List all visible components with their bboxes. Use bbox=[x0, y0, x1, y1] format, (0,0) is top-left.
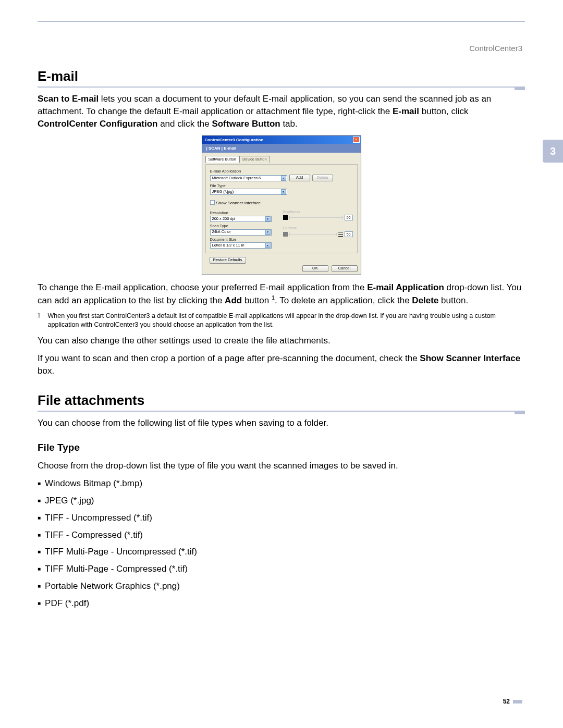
scan-type-value: 24bit Color bbox=[212, 229, 231, 235]
brightness-label: Brightness bbox=[283, 209, 353, 215]
brightness-slider[interactable]: 50 bbox=[283, 215, 353, 220]
page: ControlCenter3 3 E-mail Scan to E-mail l… bbox=[0, 0, 563, 728]
dialog-panel: E-mail Application Microsoft Outlook Exp… bbox=[205, 164, 358, 253]
slider-track bbox=[289, 234, 337, 235]
footnote-number: 1 bbox=[38, 312, 41, 329]
email-button-term: E-mail bbox=[393, 106, 419, 116]
chevron-down-icon: ▾ bbox=[265, 243, 271, 248]
square-icon bbox=[283, 232, 288, 237]
contrast-value: 50 bbox=[345, 231, 353, 237]
email-app-value: Microsoft Outlook Express 6 bbox=[212, 176, 261, 181]
chevron-down-icon: ▾ bbox=[265, 230, 271, 235]
dialog-screenshot: ControlCenter3 Configuration × | SCAN | … bbox=[38, 135, 525, 275]
footnote-text: When you first start ControlCenter3 a de… bbox=[48, 312, 525, 329]
email-app-label: E-mail Application bbox=[210, 169, 353, 175]
top-border bbox=[38, 21, 525, 22]
list-item: TIFF - Uncompressed (*.tif) bbox=[38, 512, 525, 524]
slider-track bbox=[289, 217, 343, 218]
email-app-select[interactable]: Microsoft Outlook Express 6 ▾ bbox=[210, 175, 287, 181]
resolution-value: 200 x 200 dpi bbox=[212, 216, 236, 222]
doc-size-value: Letter 8 1/2 x 11 in bbox=[212, 243, 244, 249]
show-scanner-row: Show Scanner Interface bbox=[210, 200, 353, 206]
file-type-list: Windows Bitmap (*.bmp) JPEG (*.jpg) TIFF… bbox=[38, 477, 525, 609]
show-scanner-interface-term: Show Scanner Interface bbox=[420, 353, 520, 363]
square-icon bbox=[283, 215, 288, 220]
dialog-tabs: Software ButtonDevice Button bbox=[205, 155, 358, 163]
contrast-label: Contrast bbox=[283, 226, 353, 231]
delete-button[interactable]: Delete bbox=[312, 175, 333, 181]
footnote: 1 When you first start ControlCenter3 a … bbox=[38, 312, 525, 329]
dialog-band: | SCAN | E-mail bbox=[202, 144, 361, 153]
show-scanner-checkbox[interactable] bbox=[210, 200, 215, 205]
chevron-down-icon: ▾ bbox=[281, 176, 286, 181]
email-para4: If you want to scan and then crop a port… bbox=[38, 352, 525, 377]
contrast-slider[interactable]: 50 bbox=[283, 231, 353, 237]
chevron-down-icon: ▾ bbox=[281, 189, 286, 194]
chevron-down-icon: ▾ bbox=[265, 216, 271, 221]
show-scanner-label: Show Scanner Interface bbox=[216, 201, 261, 205]
close-icon[interactable]: × bbox=[353, 137, 360, 143]
list-item: PDF (*.pdf) bbox=[38, 597, 525, 610]
tab-software-button[interactable]: Software Button bbox=[205, 156, 239, 163]
section-email-heading: E-mail bbox=[38, 67, 525, 88]
page-number: 52 bbox=[503, 697, 522, 706]
section-file-attachments-heading: File attachments bbox=[38, 391, 525, 412]
doc-size-select[interactable]: Letter 8 1/2 x 11 in ▾ bbox=[210, 242, 272, 249]
file-type-value: JPEG (*.jpg) bbox=[212, 189, 234, 195]
config-dialog: ControlCenter3 Configuration × | SCAN | … bbox=[202, 135, 361, 275]
dialog-titlebar: ControlCenter3 Configuration × bbox=[202, 136, 361, 144]
page-content: E-mail Scan to E-mail lets you scan a do… bbox=[38, 67, 525, 614]
resolution-select[interactable]: 200 x 200 dpi ▾ bbox=[210, 216, 272, 222]
email-para3: You can also change the other settings u… bbox=[38, 335, 525, 347]
resolution-label: Resolution bbox=[210, 211, 274, 216]
list-item: Windows Bitmap (*.bmp) bbox=[38, 477, 525, 490]
dialog-title: ControlCenter3 Configuration bbox=[205, 137, 264, 143]
list-item: TIFF Multi-Page - Compressed (*.tif) bbox=[38, 563, 525, 575]
email-para1: Scan to E-mail lets you scan a document … bbox=[38, 93, 525, 130]
file-type-subheading: File Type bbox=[38, 441, 525, 455]
ok-button[interactable]: OK bbox=[302, 265, 328, 272]
email-para2: To change the E-mail application, choose… bbox=[38, 281, 525, 306]
list-item: Portable Network Graphics (*.png) bbox=[38, 580, 525, 593]
scan-type-label: Scan Type bbox=[210, 224, 274, 229]
header-product: ControlCenter3 bbox=[469, 43, 522, 54]
lines-icon bbox=[338, 232, 343, 237]
fileattach-intro: You can choose from the following list o… bbox=[38, 417, 525, 429]
brightness-value: 50 bbox=[345, 215, 353, 220]
email-application-term: E-mail Application bbox=[367, 282, 444, 292]
doc-size-label: Document Size bbox=[210, 237, 274, 243]
add-button[interactable]: Add bbox=[289, 175, 310, 181]
cancel-button[interactable]: Cancel bbox=[332, 265, 358, 272]
file-type-desc: Choose from the drop-down list the type … bbox=[38, 460, 525, 472]
list-item: JPEG (*.jpg) bbox=[38, 495, 525, 507]
software-button-term: Software Button bbox=[212, 119, 280, 129]
file-type-label: File Type bbox=[210, 183, 353, 189]
add-term: Add bbox=[225, 295, 242, 305]
list-item: TIFF - Compressed (*.tif) bbox=[38, 529, 525, 541]
chapter-tab: 3 bbox=[543, 140, 563, 163]
file-type-select[interactable]: JPEG (*.jpg) ▾ bbox=[210, 189, 287, 195]
delete-term: Delete bbox=[412, 295, 438, 305]
tab-device-button[interactable]: Device Button bbox=[239, 156, 270, 163]
scan-type-select[interactable]: 24bit Color ▾ bbox=[210, 229, 272, 236]
list-item: TIFF Multi-Page - Uncompressed (*.tif) bbox=[38, 546, 525, 558]
cc-config-term: ControlCenter Configuration bbox=[38, 119, 157, 129]
scan-to-email-term: Scan to E-mail bbox=[38, 94, 99, 104]
dialog-body: Software ButtonDevice Button E-mail Appl… bbox=[202, 153, 361, 255]
restore-defaults-button[interactable]: Restore Defaults bbox=[210, 257, 246, 264]
